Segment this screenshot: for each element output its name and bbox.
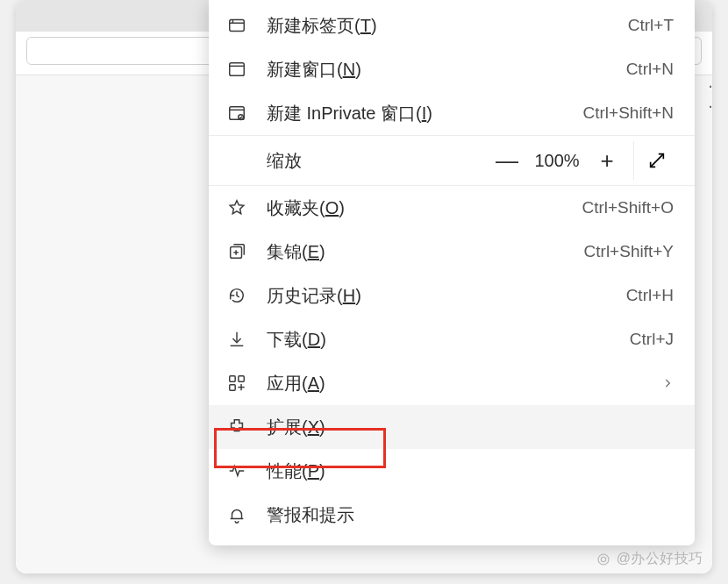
menu-item-label: 下载(D) <box>267 328 630 352</box>
menu-item-performance[interactable]: 性能(P) <box>209 449 695 493</box>
watermark-text: @办公好技巧 <box>617 550 703 568</box>
performance-icon <box>225 459 249 483</box>
collections-icon <box>225 239 249 264</box>
svg-rect-3 <box>230 63 245 76</box>
svg-rect-0 <box>230 20 245 32</box>
history-icon <box>225 283 249 308</box>
zoom-row: 缩放 — 100% + <box>209 135 695 186</box>
menu-item-shortcut: Ctrl+Shift+N <box>583 103 674 123</box>
menu-item-alerts[interactable]: 警报和提示 <box>209 493 695 537</box>
menu-item-extensions[interactable]: 扩展(X) <box>209 405 695 449</box>
menu-item-new-window[interactable]: 新建窗口(N) Ctrl+N <box>209 47 695 91</box>
menu-item-favorites[interactable]: 收藏夹(O) Ctrl+Shift+O <box>209 186 695 230</box>
downloads-icon <box>225 327 249 352</box>
menu-item-label: 性能(P) <box>267 459 674 483</box>
inprivate-icon <box>225 101 249 125</box>
apps-icon <box>225 371 249 395</box>
new-window-icon <box>225 57 249 82</box>
menu-item-shortcut: Ctrl+J <box>630 330 674 349</box>
new-tab-icon <box>225 13 249 38</box>
menu-item-label: 收藏夹(O) <box>267 196 582 220</box>
settings-menu: 新建标签页(T) Ctrl+T 新建窗口(N) Ctrl+N 新建 InPriv… <box>209 0 695 545</box>
svg-point-18 <box>601 557 605 561</box>
menu-item-downloads[interactable]: 下载(D) Ctrl+J <box>209 317 695 361</box>
menu-item-inprivate-window[interactable]: 新建 InPrivate 窗口(I) Ctrl+Shift+N <box>209 91 695 135</box>
menu-item-label: 警报和提示 <box>267 503 674 527</box>
menu-item-label: 新建窗口(N) <box>267 58 626 82</box>
alerts-icon <box>225 502 249 527</box>
menu-item-collections[interactable]: 集锦(E) Ctrl+Shift+Y <box>209 230 695 274</box>
svg-point-19 <box>598 554 609 565</box>
menu-item-apps[interactable]: 应用(A) <box>209 361 695 405</box>
chevron-right-icon <box>661 377 674 389</box>
menu-item-history[interactable]: 历史记录(H) Ctrl+H <box>209 274 695 317</box>
zoom-in-button[interactable]: + <box>588 141 626 180</box>
zoom-out-button[interactable]: — <box>488 141 526 180</box>
menu-item-label: 集锦(E) <box>267 240 584 264</box>
menu-item-shortcut: Ctrl+Shift+O <box>582 198 674 217</box>
menu-item-label: 应用(A) <box>267 372 661 395</box>
menu-item-shortcut: Ctrl+Shift+Y <box>584 242 674 261</box>
watermark-icon <box>596 552 611 567</box>
overflow-indicator: ·· <box>700 75 721 116</box>
menu-item-new-tab[interactable]: 新建标签页(T) Ctrl+T <box>209 4 695 47</box>
menu-item-shortcut: Ctrl+T <box>628 16 674 35</box>
fullscreen-button[interactable] <box>633 141 679 180</box>
zoom-percent: 100% <box>526 151 588 171</box>
watermark: @办公好技巧 <box>596 550 703 568</box>
menu-item-label: 新建标签页(T) <box>267 14 628 38</box>
menu-item-shortcut: Ctrl+H <box>626 286 674 305</box>
zoom-label: 缩放 <box>267 149 488 173</box>
menu-item-label: 新建 InPrivate 窗口(I) <box>267 102 583 125</box>
menu-item-shortcut: Ctrl+N <box>626 60 674 79</box>
menu-item-label: 扩展(X) <box>267 416 674 439</box>
extensions-icon <box>225 415 249 439</box>
svg-rect-15 <box>230 385 235 390</box>
zoom-spacer <box>225 148 249 173</box>
svg-rect-13 <box>230 376 235 381</box>
favorites-icon <box>225 196 249 220</box>
menu-item-label: 历史记录(H) <box>267 284 626 308</box>
svg-rect-14 <box>239 376 244 381</box>
fullscreen-icon <box>647 151 667 170</box>
